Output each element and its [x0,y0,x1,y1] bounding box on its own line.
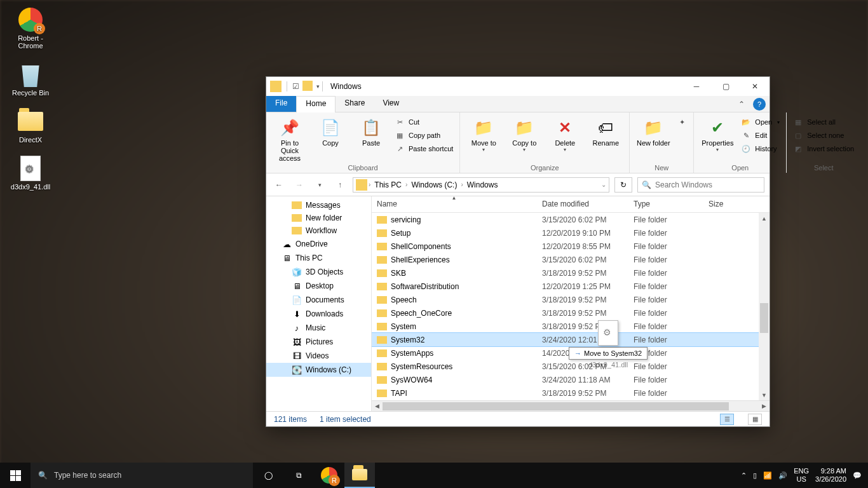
battery-icon[interactable]: ▯ [753,471,757,480]
desktop-icon-directx-folder[interactable]: DirectX [6,108,55,144]
address-bar[interactable]: › This PC › Windows (C:) › Windows ⌄ [353,177,609,193]
table-row[interactable]: ShellComponents12/20/2019 8:55 PMFile fo… [372,240,770,253]
copy-button[interactable]: 📄Copy [312,115,349,147]
taskbar-search[interactable]: 🔍Type here to search [31,463,253,488]
paste-button[interactable]: 📋Paste [353,115,390,147]
refresh-button[interactable]: ↻ [614,177,632,193]
scroll-up-icon[interactable]: ▲ [759,213,770,224]
clock[interactable]: 9:28 AM3/26/2020 [815,467,846,484]
table-row[interactable]: Setup12/20/2019 9:10 PMFile folder [372,226,770,240]
nav-item[interactable]: Messages [266,199,371,212]
wifi-icon[interactable]: 📶 [763,471,772,480]
maximize-button[interactable]: ▢ [711,77,740,96]
table-row[interactable]: Speech_OneCore3/18/2019 9:52 PMFile fold… [372,306,770,320]
qat-properties-icon[interactable]: ☑ [290,81,301,92]
qat-dropdown-icon[interactable]: ▾ [316,83,320,90]
tray-overflow-icon[interactable]: ⌃ [741,471,747,480]
qat-newfolder-icon[interactable] [302,81,313,91]
minimize-button[interactable]: ─ [682,77,711,96]
nav-item[interactable]: ☁OneDrive [266,237,371,251]
nav-item[interactable]: 🖥Desktop [266,279,371,293]
language-indicator[interactable]: ENGUS [794,467,809,484]
select-all-button[interactable]: ▦Select all [792,116,855,128]
new-item-button[interactable]: ✦ [675,116,688,128]
nav-item[interactable]: ⬇Downloads [266,307,371,321]
column-name[interactable]: Name▲ [372,196,537,212]
horizontal-scrollbar[interactable]: ◀ ▶ [372,400,770,411]
tab-view[interactable]: View [374,96,408,112]
volume-icon[interactable]: 🔊 [778,471,787,480]
scroll-thumb[interactable] [760,303,768,333]
copy-path-button[interactable]: ▦Copy path [393,130,454,141]
help-icon[interactable]: ? [753,98,766,111]
invert-selection-button[interactable]: ◩Invert selection [792,143,855,154]
nav-item[interactable]: 🖥This PC [266,251,371,265]
pin-to-quick-access-button[interactable]: 📌Pin to Quick access [271,115,308,162]
nav-item[interactable]: New folder [266,212,371,224]
paste-shortcut-button[interactable]: ↗Paste shortcut [393,143,454,154]
column-date[interactable]: Date modified [537,196,628,212]
nav-item[interactable]: 🖼Pictures [266,335,371,349]
cut-button[interactable]: ✂Cut [393,116,454,128]
recent-locations-button[interactable]: ▾ [312,177,327,193]
up-button[interactable]: ↑ [332,177,348,193]
collapse-ribbon-icon[interactable]: ⌃ [734,96,749,112]
table-row[interactable]: ShellExperiences3/15/2020 6:02 PMFile fo… [372,253,770,266]
rename-button[interactable]: 🏷Rename [587,115,624,147]
column-type[interactable]: Type [628,196,703,212]
scroll-down-icon[interactable]: ▼ [759,390,770,400]
breadcrumb-seg[interactable]: This PC [372,180,404,189]
titlebar[interactable]: ☑ ▾ Windows ─ ▢ ✕ [266,77,770,96]
details-view-button[interactable]: ☰ [720,414,734,425]
forward-button[interactable]: → [292,177,307,193]
action-center-icon[interactable]: 💬 [853,471,862,480]
nav-item[interactable]: 🧊3D Objects [266,265,371,279]
new-folder-button[interactable]: 📁New folder [635,115,672,147]
start-button[interactable] [0,463,31,488]
properties-button[interactable]: ✔Properties▾ [699,115,736,152]
table-row[interactable]: servicing3/15/2020 6:02 PMFile folder [372,213,770,226]
search-box[interactable]: 🔍 [637,177,764,193]
table-row[interactable]: SysWOW643/24/2020 11:18 AMFile folder [372,373,770,386]
back-button[interactable]: ← [271,177,287,193]
breadcrumb-seg[interactable]: Windows [465,180,501,189]
move-to-button[interactable]: 📁Move to▾ [465,115,502,152]
desktop-icon-chrome[interactable]: Robert - Chrome [6,6,55,50]
desktop-icon-recycle-bin[interactable]: Recycle Bin [6,61,55,97]
tab-home[interactable]: Home [296,96,336,112]
close-button[interactable]: ✕ [740,77,770,96]
edit-button[interactable]: ✎Edit [740,130,781,141]
nav-item[interactable]: 🎞Videos [266,349,371,363]
file-date: 3/18/2019 9:52 PM [537,269,628,278]
navigation-pane[interactable]: MessagesNew folderWorkflow☁OneDrive🖥This… [266,196,372,411]
desktop-icon-d3dx9-file[interactable]: d3dx9_41.dll [6,155,55,191]
history-button[interactable]: 🕘History [740,143,781,154]
scroll-left-icon[interactable]: ◀ [372,401,383,412]
column-size[interactable]: Size [703,196,770,212]
nav-item[interactable]: 📄Documents [266,293,371,307]
open-button[interactable]: 📂Open▾ [740,116,781,128]
nav-item[interactable]: Workflow [266,224,371,237]
cortana-button[interactable]: ◯ [253,463,283,488]
address-dropdown-icon[interactable]: ⌄ [601,181,606,188]
scroll-thumb[interactable] [383,402,729,410]
breadcrumb-seg[interactable]: Windows (C:) [409,180,459,189]
nav-item[interactable]: ♪Music [266,321,371,335]
search-input[interactable] [655,180,760,189]
task-view-button[interactable]: ⧉ [283,463,314,488]
large-icons-view-button[interactable]: ▦ [748,414,762,425]
delete-button[interactable]: ✕Delete▾ [546,115,583,152]
table-row[interactable]: SoftwareDistribution12/20/2019 1:25 PMFi… [372,280,770,293]
taskbar-file-explorer[interactable] [344,463,375,488]
scroll-right-icon[interactable]: ▶ [759,401,770,412]
tab-share[interactable]: Share [336,96,374,112]
copy-to-button[interactable]: 📁Copy to▾ [506,115,543,152]
vertical-scrollbar[interactable]: ▲ ▼ [759,213,770,400]
taskbar-chrome[interactable] [314,463,344,488]
select-none-button[interactable]: ▢Select none [792,130,855,141]
table-row[interactable]: SKB3/18/2019 9:52 PMFile folder [372,266,770,280]
nav-item[interactable]: 💽Windows (C:) [266,363,371,377]
table-row[interactable]: TAPI3/18/2019 9:52 PMFile folder [372,386,770,400]
table-row[interactable]: Speech3/18/2019 9:52 PMFile folder [372,293,770,306]
tab-file[interactable]: File [266,96,296,112]
